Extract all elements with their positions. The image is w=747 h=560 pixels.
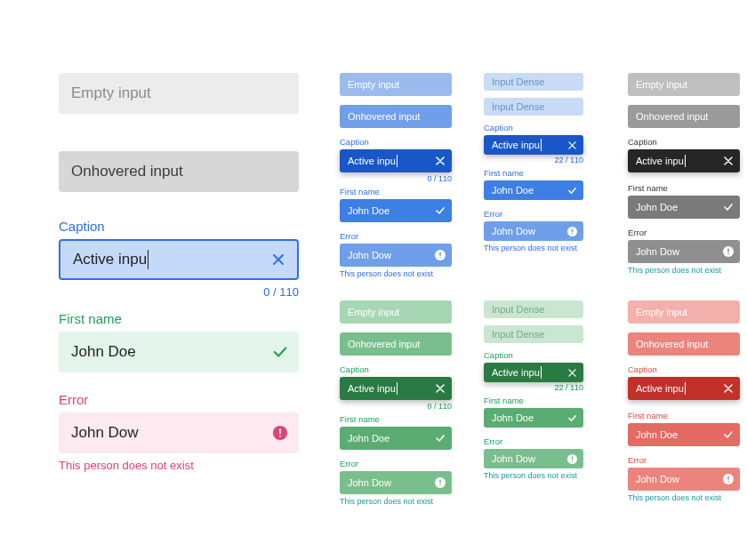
dense-pill[interactable]: Input Dense — [484, 325, 583, 343]
svg-rect-19 — [727, 476, 729, 481]
valid-input[interactable]: John Doe — [628, 423, 740, 446]
error-label: Error — [484, 436, 583, 446]
clear-x-icon[interactable] — [270, 252, 286, 268]
empty-input[interactable]: Empty input — [340, 300, 452, 324]
placeholder-text: Empty input — [71, 84, 151, 102]
active-input[interactable]: Active inpu — [59, 239, 299, 280]
clear-x-icon[interactable] — [566, 367, 577, 378]
placeholder-text: Onhovered input — [348, 111, 420, 122]
pill-text: Input Dense — [492, 329, 544, 340]
hovered-input[interactable]: Onhovered input — [628, 332, 740, 356]
placeholder-text: Empty input — [636, 307, 687, 317]
char-counter: 22 / 110 — [484, 156, 583, 164]
input-value: John Doe — [348, 205, 390, 216]
dense-pill[interactable]: Input Dense — [484, 73, 583, 91]
error-message: This person does not exist — [340, 497, 452, 506]
check-icon — [435, 433, 446, 444]
error-message: This person does not exist — [628, 493, 740, 502]
check-icon — [435, 205, 446, 216]
active-input[interactable]: Active inpu — [340, 377, 452, 400]
error-message: This person does not exist — [628, 266, 740, 275]
svg-rect-13 — [439, 480, 441, 484]
svg-rect-8 — [571, 233, 572, 234]
clear-x-icon[interactable] — [723, 383, 734, 394]
error-input[interactable]: John Dow — [59, 412, 299, 453]
valid-input[interactable]: John Doe — [340, 199, 452, 222]
svg-rect-1 — [279, 428, 281, 434]
error-input[interactable]: John Dow — [340, 471, 452, 494]
valid-input[interactable]: John Doe — [484, 180, 583, 200]
alert-icon — [566, 453, 577, 464]
error-input[interactable]: John Dow — [484, 449, 583, 468]
input-value: John Dow — [636, 474, 679, 484]
clear-x-icon[interactable] — [723, 156, 734, 166]
input-value: John Doe — [71, 343, 136, 361]
error-input[interactable]: John Dow — [484, 221, 583, 241]
char-counter: 0 / 110 — [340, 402, 452, 411]
placeholder-text: Onhovered input — [71, 163, 183, 180]
empty-input[interactable]: Empty input — [340, 73, 452, 96]
active-input[interactable]: Active inpu — [628, 377, 740, 400]
active-input[interactable]: Active inpu — [484, 363, 583, 382]
svg-rect-4 — [439, 252, 441, 257]
input-value: John Doe — [348, 433, 390, 444]
active-input[interactable]: Active inpu — [628, 149, 740, 172]
hovered-input[interactable]: Onhovered input — [59, 151, 299, 192]
error-label: Error — [340, 231, 452, 241]
placeholder-text: Empty input — [348, 79, 399, 90]
text-caret — [685, 382, 686, 395]
hovered-input[interactable]: Onhovered input — [628, 105, 740, 128]
input-value: John Dow — [71, 424, 139, 442]
alert-icon — [435, 477, 446, 488]
svg-rect-7 — [571, 228, 572, 232]
char-counter: 0 / 110 — [340, 174, 452, 183]
dense-pill[interactable]: Input Dense — [484, 98, 583, 116]
error-message: This person does not exist — [484, 471, 583, 480]
hovered-input[interactable]: Onhovered input — [340, 332, 452, 356]
active-input[interactable]: Active inpu — [484, 135, 583, 155]
alert-icon — [272, 425, 288, 441]
error-input[interactable]: John Dow — [628, 468, 740, 491]
check-icon — [723, 429, 734, 440]
char-counter: 0 / 110 — [59, 285, 299, 299]
error-message: This person does not exist — [340, 269, 452, 278]
clear-x-icon[interactable] — [435, 383, 446, 394]
dense-pill[interactable]: Input Dense — [484, 300, 583, 318]
text-caret — [541, 366, 542, 379]
clear-x-icon[interactable] — [435, 156, 446, 166]
pill-text: Input Dense — [492, 76, 544, 87]
svg-rect-5 — [439, 257, 441, 259]
empty-input[interactable]: Empty input — [628, 73, 740, 96]
svg-rect-11 — [727, 253, 729, 255]
alert-icon — [566, 226, 577, 236]
text-caret — [541, 139, 542, 151]
input-value: John Doe — [636, 429, 678, 440]
clear-x-icon[interactable] — [566, 140, 577, 150]
hovered-input[interactable]: Onhovered input — [340, 105, 452, 128]
valid-input[interactable]: John Doe — [484, 408, 583, 428]
active-input[interactable]: Active inpu — [340, 149, 452, 172]
error-message: This person does not exist — [484, 244, 583, 252]
error-label: Error — [628, 228, 740, 237]
valid-input[interactable]: John Doe — [59, 332, 299, 372]
error-input[interactable]: John Dow — [628, 240, 740, 263]
error-label: Error — [340, 459, 452, 468]
check-icon — [723, 202, 734, 212]
check-icon — [566, 412, 577, 423]
firstname-label: First name — [628, 183, 740, 193]
svg-rect-17 — [571, 460, 572, 461]
valid-input[interactable]: John Doe — [340, 427, 452, 450]
error-input[interactable]: John Dow — [340, 244, 452, 267]
input-value: John Doe — [492, 185, 534, 196]
empty-input[interactable]: Empty input — [628, 300, 740, 324]
input-value: John Dow — [348, 250, 391, 260]
alert-icon — [723, 246, 734, 257]
firstname-label: First name — [484, 396, 583, 405]
caption-label: Caption — [59, 219, 299, 234]
caption-label: Caption — [628, 364, 740, 374]
caption-label: Caption — [340, 364, 452, 374]
valid-input[interactable]: John Doe — [628, 196, 740, 219]
error-label: Error — [59, 392, 299, 407]
firstname-label: First name — [484, 168, 583, 178]
empty-input[interactable]: Empty input — [59, 73, 299, 114]
